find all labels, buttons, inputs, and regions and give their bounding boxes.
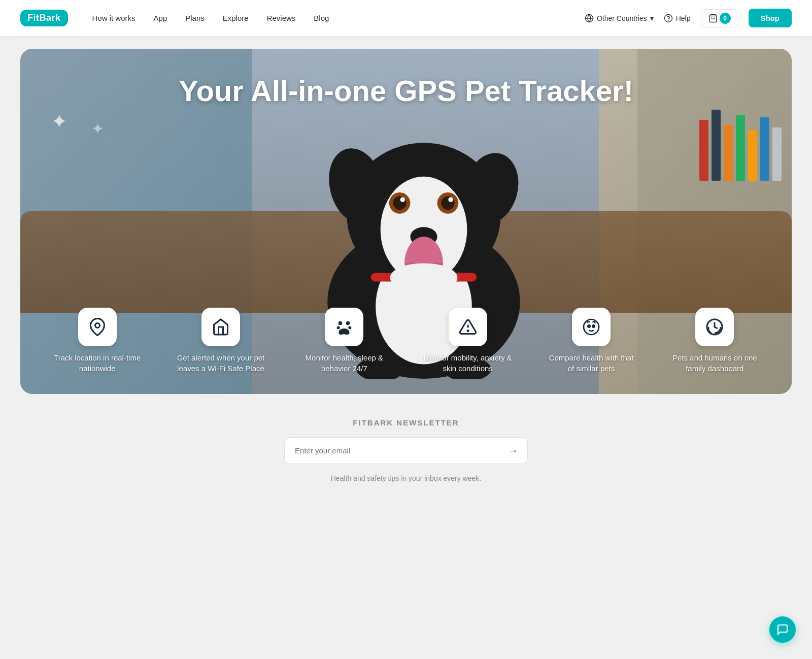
feature-text-5: Compare health with that of similar pets [546, 352, 637, 374]
feature-icon-box-2 [201, 308, 240, 346]
countries-label: Other Countries [597, 14, 647, 22]
svg-point-19 [390, 263, 458, 292]
help-label: Help [676, 14, 691, 22]
nav-app[interactable]: App [154, 14, 167, 22]
help-button[interactable]: Help [664, 14, 691, 23]
question-icon [664, 14, 673, 23]
svg-point-30 [588, 325, 590, 327]
star-decoration-1: ✦ [51, 110, 68, 133]
logo[interactable]: FitBark [20, 10, 68, 26]
hero-title: Your All-in-one GPS Pet Tracker! [20, 49, 792, 108]
newsletter-title: FITBARK NEWSLETTER [353, 418, 459, 427]
features-row: Track location in real-time nationwide G… [20, 308, 792, 394]
header: FitBark How it works App Plans Explore R… [0, 0, 812, 37]
cart-button[interactable]: 0 [701, 9, 738, 27]
chat-button[interactable] [769, 616, 796, 643]
nav-plans[interactable]: Plans [185, 14, 205, 22]
dog-face-icon [582, 318, 600, 336]
shop-button[interactable]: Shop [749, 9, 792, 27]
book-7 [772, 127, 782, 181]
header-right: Other Countries ▾ Help 0 Shop [585, 9, 792, 27]
book-2 [712, 110, 721, 181]
svg-point-2 [668, 20, 668, 20]
main-content: ✦ ✦ [0, 37, 812, 515]
feature-icon-box-4 [449, 308, 487, 346]
feature-text-3: Monitor health, sleep & behavior 24/7 [298, 352, 390, 374]
feature-wifi-safe-place: Get alerted when your pet leaves a Wi-Fi… [175, 308, 266, 374]
svg-point-25 [337, 326, 340, 330]
feature-text-6: Pets and humans on one family dashboard [669, 352, 760, 374]
svg-point-14 [400, 197, 405, 202]
feature-compare-health: Compare health with that of similar pets [546, 308, 637, 374]
cart-badge: 0 [720, 13, 731, 24]
newsletter-section: FITBARK NEWSLETTER → Health and safety t… [20, 394, 792, 503]
svg-point-23 [339, 321, 343, 325]
alert-icon [459, 318, 477, 336]
home-icon [212, 318, 230, 336]
feature-text-2: Get alerted when your pet leaves a Wi-Fi… [175, 352, 266, 374]
svg-point-1 [664, 14, 672, 22]
book-1 [699, 120, 708, 181]
feature-icon-box-1 [78, 308, 117, 346]
dashboard-icon [705, 318, 724, 336]
star-decoration-2: ✦ [91, 120, 104, 138]
newsletter-form: → [284, 437, 528, 464]
feature-family-dashboard: Pets and humans on one family dashboard [669, 308, 760, 374]
countries-button[interactable]: Other Countries ▾ [585, 14, 654, 23]
feature-icon-box-3 [325, 308, 363, 346]
feature-text-4: Monitor mobility, anxiety & skin conditi… [422, 352, 514, 374]
newsletter-subtitle: Health and safety tips in your inbox eve… [331, 474, 482, 482]
book-4 [736, 115, 745, 181]
nav-blog[interactable]: Blog [314, 14, 329, 22]
cart-icon [708, 14, 718, 23]
main-nav: How it works App Plans Explore Reviews B… [92, 14, 585, 22]
svg-point-22 [95, 323, 99, 328]
svg-point-26 [349, 326, 352, 330]
chat-icon [776, 623, 789, 636]
nav-reviews[interactable]: Reviews [267, 14, 296, 22]
chevron-down-icon: ▾ [650, 14, 654, 22]
feature-text-1: Track location in real-time nationwide [52, 352, 143, 374]
hero-section: ✦ ✦ [20, 49, 792, 394]
paw-icon [335, 318, 353, 336]
arrow-right-icon: → [508, 445, 518, 456]
svg-point-28 [467, 330, 468, 331]
feature-track-location: Track location in real-time nationwide [52, 308, 143, 374]
feature-monitor-mobility: Monitor mobility, anxiety & skin conditi… [422, 308, 514, 374]
globe-icon [585, 14, 594, 23]
book-5 [748, 130, 757, 181]
location-pin-icon [88, 318, 107, 336]
svg-point-15 [448, 197, 453, 202]
nav-explore[interactable]: Explore [223, 14, 249, 22]
book-6 [760, 117, 769, 181]
svg-point-24 [346, 321, 350, 325]
nav-how-it-works[interactable]: How it works [92, 14, 136, 22]
feature-monitor-health: Monitor health, sleep & behavior 24/7 [298, 308, 390, 374]
feature-icon-box-6 [695, 308, 734, 346]
newsletter-email-input[interactable] [285, 439, 499, 462]
svg-point-31 [592, 325, 595, 327]
feature-icon-box-5 [572, 308, 611, 346]
book-3 [724, 125, 733, 181]
svg-point-29 [584, 319, 599, 335]
newsletter-submit-button[interactable]: → [499, 438, 527, 464]
